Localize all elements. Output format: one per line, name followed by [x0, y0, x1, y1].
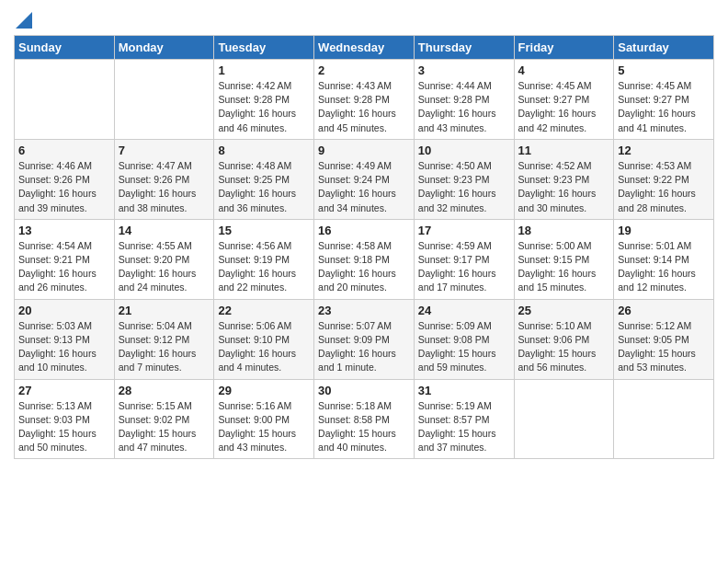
- calendar-day-header: Monday: [114, 36, 214, 60]
- day-number: 29: [218, 384, 310, 397]
- day-number: 16: [318, 224, 410, 237]
- day-number: 17: [418, 224, 510, 237]
- calendar-day-header: Saturday: [614, 36, 714, 60]
- day-info: Sunrise: 4:52 AM Sunset: 9:23 PM Dayligh…: [518, 159, 610, 215]
- day-info: Sunrise: 5:19 AM Sunset: 8:57 PM Dayligh…: [418, 399, 510, 455]
- day-info: Sunrise: 5:10 AM Sunset: 9:06 PM Dayligh…: [518, 319, 610, 375]
- day-info: Sunrise: 4:48 AM Sunset: 9:25 PM Dayligh…: [218, 159, 310, 215]
- day-info: Sunrise: 5:18 AM Sunset: 8:58 PM Dayligh…: [318, 399, 410, 455]
- calendar-week-row: 20Sunrise: 5:03 AM Sunset: 9:13 PM Dayli…: [15, 299, 714, 379]
- day-info: Sunrise: 5:03 AM Sunset: 9:13 PM Dayligh…: [18, 319, 110, 375]
- calendar-cell: 13Sunrise: 4:54 AM Sunset: 9:21 PM Dayli…: [15, 219, 115, 299]
- calendar-cell: 11Sunrise: 4:52 AM Sunset: 9:23 PM Dayli…: [514, 139, 614, 219]
- calendar-cell: 15Sunrise: 4:56 AM Sunset: 9:19 PM Dayli…: [214, 219, 314, 299]
- day-number: 21: [119, 304, 210, 317]
- calendar-cell: 30Sunrise: 5:18 AM Sunset: 8:58 PM Dayli…: [314, 379, 415, 459]
- calendar-week-row: 27Sunrise: 5:13 AM Sunset: 9:03 PM Dayli…: [15, 379, 714, 459]
- calendar-cell: 28Sunrise: 5:15 AM Sunset: 9:02 PM Dayli…: [114, 379, 214, 459]
- calendar-cell: 2Sunrise: 4:43 AM Sunset: 9:28 PM Daylig…: [314, 60, 415, 140]
- page-header: [14, 9, 714, 28]
- calendar-cell: 25Sunrise: 5:10 AM Sunset: 9:06 PM Dayli…: [514, 299, 614, 379]
- day-number: 20: [18, 304, 110, 317]
- day-number: 15: [218, 224, 310, 237]
- calendar-cell: 10Sunrise: 4:50 AM Sunset: 9:23 PM Dayli…: [414, 139, 514, 219]
- day-number: 5: [618, 63, 710, 77]
- day-info: Sunrise: 4:56 AM Sunset: 9:19 PM Dayligh…: [218, 239, 310, 295]
- calendar-cell: 31Sunrise: 5:19 AM Sunset: 8:57 PM Dayli…: [414, 379, 514, 459]
- calendar-cell: 24Sunrise: 5:09 AM Sunset: 9:08 PM Dayli…: [414, 299, 514, 379]
- calendar-cell: 20Sunrise: 5:03 AM Sunset: 9:13 PM Dayli…: [15, 299, 115, 379]
- day-number: 9: [318, 144, 410, 157]
- calendar-cell: 6Sunrise: 4:46 AM Sunset: 9:26 PM Daylig…: [15, 139, 115, 219]
- calendar-day-header: Wednesday: [314, 36, 415, 60]
- day-number: 26: [618, 304, 710, 317]
- calendar-cell: [614, 379, 714, 459]
- calendar-cell: 19Sunrise: 5:01 AM Sunset: 9:14 PM Dayli…: [614, 219, 714, 299]
- day-number: 8: [218, 144, 310, 157]
- calendar-cell: [15, 60, 115, 140]
- calendar-cell: [514, 379, 614, 459]
- calendar-cell: 1Sunrise: 4:42 AM Sunset: 9:28 PM Daylig…: [214, 60, 314, 140]
- day-number: 7: [119, 144, 210, 157]
- calendar-cell: [114, 60, 214, 140]
- day-info: Sunrise: 4:49 AM Sunset: 9:24 PM Dayligh…: [318, 159, 410, 215]
- calendar-cell: 17Sunrise: 4:59 AM Sunset: 9:17 PM Dayli…: [414, 219, 514, 299]
- calendar-cell: 12Sunrise: 4:53 AM Sunset: 9:22 PM Dayli…: [614, 139, 714, 219]
- calendar-cell: 4Sunrise: 4:45 AM Sunset: 9:27 PM Daylig…: [514, 60, 614, 140]
- day-info: Sunrise: 4:45 AM Sunset: 9:27 PM Dayligh…: [618, 79, 710, 135]
- day-number: 25: [518, 304, 610, 317]
- calendar-cell: 16Sunrise: 4:58 AM Sunset: 9:18 PM Dayli…: [314, 219, 415, 299]
- calendar-cell: 8Sunrise: 4:48 AM Sunset: 9:25 PM Daylig…: [214, 139, 314, 219]
- day-info: Sunrise: 4:43 AM Sunset: 9:28 PM Dayligh…: [318, 79, 410, 135]
- day-info: Sunrise: 5:00 AM Sunset: 9:15 PM Dayligh…: [518, 239, 610, 295]
- calendar-cell: 26Sunrise: 5:12 AM Sunset: 9:05 PM Dayli…: [614, 299, 714, 379]
- day-info: Sunrise: 4:46 AM Sunset: 9:26 PM Dayligh…: [18, 159, 110, 215]
- calendar-week-row: 1Sunrise: 4:42 AM Sunset: 9:28 PM Daylig…: [15, 60, 714, 140]
- day-number: 12: [618, 144, 710, 157]
- day-number: 4: [518, 63, 610, 77]
- day-info: Sunrise: 5:09 AM Sunset: 9:08 PM Dayligh…: [418, 319, 510, 375]
- calendar-cell: 5Sunrise: 4:45 AM Sunset: 9:27 PM Daylig…: [614, 60, 714, 140]
- day-info: Sunrise: 4:44 AM Sunset: 9:28 PM Dayligh…: [418, 79, 510, 135]
- day-info: Sunrise: 5:01 AM Sunset: 9:14 PM Dayligh…: [618, 239, 710, 295]
- svg-marker-0: [16, 12, 32, 29]
- day-info: Sunrise: 5:06 AM Sunset: 9:10 PM Dayligh…: [218, 319, 310, 375]
- day-info: Sunrise: 4:55 AM Sunset: 9:20 PM Dayligh…: [119, 239, 210, 295]
- day-number: 27: [18, 384, 110, 397]
- calendar-week-row: 6Sunrise: 4:46 AM Sunset: 9:26 PM Daylig…: [15, 139, 714, 219]
- day-number: 18: [518, 224, 610, 237]
- calendar-day-header: Sunday: [15, 36, 115, 60]
- day-info: Sunrise: 4:54 AM Sunset: 9:21 PM Dayligh…: [18, 239, 110, 295]
- calendar-cell: 23Sunrise: 5:07 AM Sunset: 9:09 PM Dayli…: [314, 299, 415, 379]
- day-number: 22: [218, 304, 310, 317]
- day-number: 31: [418, 384, 510, 397]
- day-number: 3: [418, 63, 510, 77]
- logo-triangle-icon: [16, 12, 34, 30]
- day-number: 13: [18, 224, 110, 237]
- day-info: Sunrise: 4:50 AM Sunset: 9:23 PM Dayligh…: [418, 159, 510, 215]
- day-info: Sunrise: 4:59 AM Sunset: 9:17 PM Dayligh…: [418, 239, 510, 295]
- day-info: Sunrise: 5:04 AM Sunset: 9:12 PM Dayligh…: [119, 319, 210, 375]
- calendar-cell: 14Sunrise: 4:55 AM Sunset: 9:20 PM Dayli…: [114, 219, 214, 299]
- calendar-week-row: 13Sunrise: 4:54 AM Sunset: 9:21 PM Dayli…: [15, 219, 714, 299]
- day-info: Sunrise: 5:12 AM Sunset: 9:05 PM Dayligh…: [618, 319, 710, 375]
- day-number: 19: [618, 224, 710, 237]
- calendar-day-header: Tuesday: [214, 36, 314, 60]
- calendar-cell: 29Sunrise: 5:16 AM Sunset: 9:00 PM Dayli…: [214, 379, 314, 459]
- calendar-day-header: Friday: [514, 36, 614, 60]
- day-number: 11: [518, 144, 610, 157]
- calendar-cell: 18Sunrise: 5:00 AM Sunset: 9:15 PM Dayli…: [514, 219, 614, 299]
- day-number: 30: [318, 384, 410, 397]
- logo: [14, 9, 34, 28]
- day-number: 24: [418, 304, 510, 317]
- calendar-cell: 21Sunrise: 5:04 AM Sunset: 9:12 PM Dayli…: [114, 299, 214, 379]
- day-info: Sunrise: 4:42 AM Sunset: 9:28 PM Dayligh…: [218, 79, 310, 135]
- day-info: Sunrise: 4:45 AM Sunset: 9:27 PM Dayligh…: [518, 79, 610, 135]
- day-info: Sunrise: 4:58 AM Sunset: 9:18 PM Dayligh…: [318, 239, 410, 295]
- day-info: Sunrise: 4:53 AM Sunset: 9:22 PM Dayligh…: [618, 159, 710, 215]
- day-number: 10: [418, 144, 510, 157]
- calendar-cell: 22Sunrise: 5:06 AM Sunset: 9:10 PM Dayli…: [214, 299, 314, 379]
- day-info: Sunrise: 5:16 AM Sunset: 9:00 PM Dayligh…: [218, 399, 310, 455]
- day-info: Sunrise: 5:15 AM Sunset: 9:02 PM Dayligh…: [119, 399, 210, 455]
- day-number: 28: [119, 384, 210, 397]
